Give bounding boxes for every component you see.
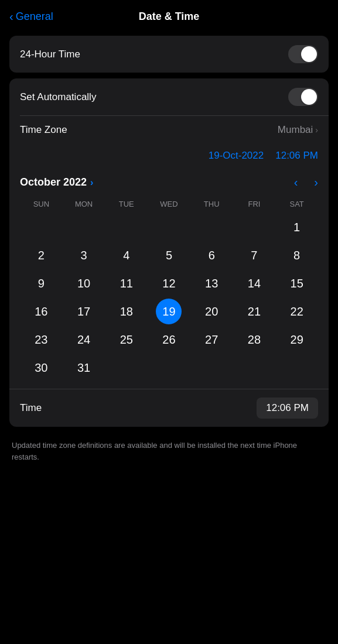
selected-date-display[interactable]: 19-Oct-2022 [209,150,264,162]
date-time-card: Set Automatically Time Zone Mumbai › 19-… [9,78,329,427]
table-row[interactable]: 1 [284,214,310,240]
timezone-value: Mumbai [278,124,313,136]
table-row[interactable]: 31 [71,355,97,381]
table-row [114,214,139,240]
table-row[interactable]: 6 [199,242,224,268]
table-row[interactable]: 4 [114,242,139,268]
toggle-knob [301,46,317,62]
table-row[interactable]: 28 [241,327,267,352]
page-title: Date & Time [139,11,200,23]
table-row[interactable]: 7 [241,242,267,268]
24-hour-label: 24-Hour Time [20,49,80,60]
prev-month-button[interactable]: ‹ [294,176,298,189]
dow-wed: WED [148,197,190,211]
timezone-chevron-icon: › [315,125,318,135]
24-hour-time-card: 24-Hour Time [9,36,329,73]
dow-fri: FRI [233,197,276,211]
table-row[interactable]: 15 [284,270,310,296]
table-row [156,355,182,381]
set-automatically-row: Set Automatically [9,78,329,115]
header: ‹ General Date & Time [0,0,338,30]
set-automatically-label: Set Automatically [20,91,96,103]
table-row [156,214,182,240]
table-row[interactable]: 9 [28,270,54,296]
table-row [28,214,54,240]
table-row[interactable]: 17 [71,299,97,324]
calendar-grid: 1234567891011121314151617181920212223242… [20,214,318,381]
table-row[interactable]: 26 [156,327,182,352]
time-badge[interactable]: 12:06 PM [257,398,318,419]
footer-note-text: Updated time zone definitions are availa… [12,441,297,461]
table-row[interactable]: 12 [156,270,182,296]
table-row[interactable]: 18 [114,299,139,324]
selected-time-display[interactable]: 12:06 PM [275,150,318,162]
table-row[interactable]: 29 [284,327,310,352]
table-row[interactable]: 27 [199,327,224,352]
table-row [241,355,267,381]
dow-thu: THU [190,197,233,211]
set-automatically-toggle[interactable] [288,88,318,106]
calendar-section: October 2022 › ‹ › SUN MON TUE WED THU F… [9,170,329,385]
back-button[interactable]: ‹ General [9,10,53,23]
table-row[interactable]: 11 [114,270,139,296]
table-row[interactable]: 22 [284,299,310,324]
calendar-nav: ‹ › [294,176,318,189]
table-row[interactable]: 3 [71,242,97,268]
table-row [199,355,224,381]
timezone-label: Time Zone [20,124,67,136]
timezone-value-container: Mumbai › [278,124,318,136]
table-row [71,214,97,240]
time-value: 12:06 PM [266,402,309,413]
back-label: General [16,11,53,23]
table-row[interactable]: 2 [28,242,54,268]
table-row[interactable]: 25 [114,327,139,352]
table-row [241,214,267,240]
table-row[interactable]: 14 [241,270,267,296]
time-label: Time [20,402,42,414]
days-of-week-row: SUN MON TUE WED THU FRI SAT [20,197,318,211]
footer-note: Updated time zone definitions are availa… [0,433,338,474]
table-row[interactable]: 20 [199,299,224,324]
table-row[interactable]: 13 [199,270,224,296]
dow-sat: SAT [275,197,318,211]
table-row[interactable]: 5 [156,242,182,268]
table-row[interactable]: 16 [28,299,54,324]
24-hour-toggle-row: 24-Hour Time [9,36,329,73]
next-month-button[interactable]: › [314,176,318,189]
24-hour-toggle[interactable] [288,45,318,63]
table-row[interactable]: 21 [241,299,267,324]
table-row[interactable]: 10 [71,270,97,296]
timezone-row[interactable]: Time Zone Mumbai › [9,116,329,144]
datetime-row: 19-Oct-2022 12:06 PM [9,144,329,170]
table-row[interactable]: 30 [28,355,54,381]
month-year-text: October 2022 [20,176,87,189]
dow-sun: SUN [20,197,63,211]
table-row[interactable]: 19 [156,299,182,324]
month-expand-icon: › [90,177,93,188]
table-row[interactable]: 24 [71,327,97,352]
table-row [284,355,310,381]
dow-mon: MON [63,197,105,211]
calendar-month-label[interactable]: October 2022 › [20,176,93,189]
dow-tue: TUE [105,197,148,211]
time-row: Time 12:06 PM [9,389,329,427]
back-chevron-icon: ‹ [9,10,13,23]
table-row [199,214,224,240]
set-auto-knob [301,89,317,105]
table-row[interactable]: 8 [284,242,310,268]
table-row[interactable]: 23 [28,327,54,352]
calendar-header: October 2022 › ‹ › [20,170,318,197]
table-row [114,355,139,381]
